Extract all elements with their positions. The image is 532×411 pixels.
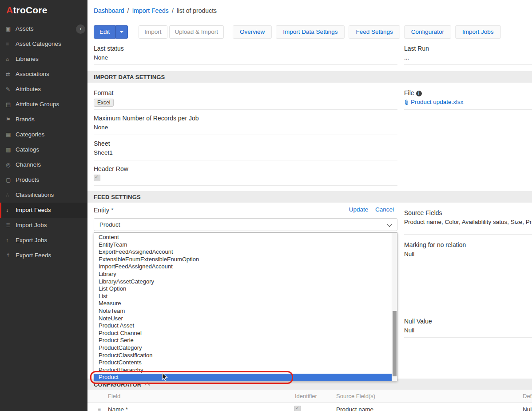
column-identifier: Identifier bbox=[295, 393, 317, 399]
sidebar: AtroCore ▣Assets ≡Asset Categories ⌂Libr… bbox=[0, 0, 87, 411]
tab-overview[interactable]: Overview bbox=[233, 25, 272, 39]
field-label: Maximum Number of Records per Job bbox=[94, 115, 397, 122]
dropdown-option[interactable]: List bbox=[94, 293, 392, 300]
edit-button[interactable]: Edit bbox=[94, 25, 115, 39]
sidebar-item-label: Libraries bbox=[16, 56, 39, 62]
dropdown-scrollbar-thumb[interactable] bbox=[393, 311, 397, 376]
sidebar-item-products[interactable]: ▢Products bbox=[0, 172, 87, 188]
dropdown-option[interactable]: Content bbox=[94, 234, 392, 241]
brands-icon: ⚑ bbox=[6, 112, 16, 127]
sidebar-item-export-jobs[interactable]: ↑Export Jobs bbox=[0, 233, 87, 248]
field-label: Sheet bbox=[94, 140, 397, 147]
row-field-name: Name * bbox=[108, 406, 128, 411]
import-button[interactable]: Import bbox=[139, 25, 167, 39]
sidebar-item-asset-categories[interactable]: ≡Asset Categories bbox=[0, 36, 87, 52]
field-value: None bbox=[94, 54, 397, 61]
field-max-records: Maximum Number of Records per Job None bbox=[94, 112, 397, 135]
dropdown-scrollbar[interactable] bbox=[392, 233, 397, 381]
dropdown-option[interactable]: ExtensibleEnumExtensibleEnumOption bbox=[94, 256, 392, 263]
sidebar-nav: ▣Assets ≡Asset Categories ⌂Libraries ⇄As… bbox=[0, 21, 87, 263]
tab-configurator[interactable]: Configurator bbox=[404, 25, 451, 39]
tab-feed-settings[interactable]: Feed Settings bbox=[349, 25, 400, 39]
dropdown-option[interactable]: Product Asset bbox=[94, 322, 392, 330]
file-name: Product update.xlsx bbox=[411, 99, 464, 105]
libraries-icon: ⌂ bbox=[6, 52, 16, 67]
configurator-table-row[interactable]: Name * Product name Null bbox=[87, 403, 532, 411]
sidebar-item-catalogs[interactable]: ▥Catalogs bbox=[0, 142, 87, 157]
update-link[interactable]: Update bbox=[349, 206, 369, 213]
toolbar: Edit Import Upload & Import Overview Imp… bbox=[94, 25, 501, 39]
sidebar-item-libraries[interactable]: ⌂Libraries bbox=[0, 52, 87, 67]
field-last-status: Last status None bbox=[94, 42, 397, 65]
sidebar-item-import-jobs[interactable]: ≣Import Jobs bbox=[0, 218, 87, 233]
dropdown-option-selected[interactable]: Product bbox=[94, 374, 392, 381]
field-label: Marking for no relation bbox=[404, 241, 532, 248]
dropdown-option[interactable]: ExportFeedAssignedAccount bbox=[94, 248, 392, 256]
sidebar-item-assets[interactable]: ▣Assets bbox=[0, 21, 87, 36]
breadcrumb-separator: / bbox=[127, 7, 129, 14]
dropdown-option[interactable]: LibraryAssetCategory bbox=[94, 278, 392, 286]
info-icon[interactable] bbox=[416, 91, 422, 96]
sidebar-item-channels[interactable]: ◎Channels bbox=[0, 157, 87, 172]
breadcrumb-link-import-feeds[interactable]: Import Feeds bbox=[132, 7, 168, 14]
field-label: Last Run bbox=[404, 45, 532, 52]
caret-down-icon bbox=[120, 31, 123, 33]
dropdown-option[interactable]: ProductCategory bbox=[94, 344, 392, 352]
sidebar-item-label: Asset Categories bbox=[16, 40, 61, 47]
sidebar-collapse-button[interactable]: ‹ bbox=[76, 24, 85, 34]
upload-import-button[interactable]: Upload & Import bbox=[169, 25, 224, 39]
column-source-fields: Source Field(s) bbox=[336, 393, 375, 399]
dropdown-option[interactable]: ProductHierarchy bbox=[94, 367, 392, 374]
header-row-checkbox[interactable] bbox=[94, 175, 100, 181]
field-value: Sheet1 bbox=[94, 149, 397, 156]
tab-import-jobs[interactable]: Import Jobs bbox=[455, 25, 501, 39]
dropdown-option[interactable]: Product Serie bbox=[94, 337, 392, 344]
dropdown-option[interactable]: List Option bbox=[94, 285, 392, 293]
drag-handle-icon[interactable] bbox=[98, 406, 101, 411]
breadcrumb-link-dashboard[interactable]: Dashboard bbox=[94, 7, 124, 14]
app-window: AtroCore ▣Assets ≡Asset Categories ⌂Libr… bbox=[0, 0, 532, 411]
sidebar-item-associations[interactable]: ⇄Associations bbox=[0, 67, 87, 82]
sidebar-item-classifications[interactable]: ∴Classifications bbox=[0, 188, 87, 203]
sidebar-item-categories[interactable]: ▦Categories bbox=[0, 127, 87, 142]
dropdown-option[interactable]: ProductContents bbox=[94, 359, 392, 367]
file-link[interactable]: Product update.xlsx bbox=[404, 99, 464, 105]
export-feeds-icon: ↥ bbox=[6, 248, 16, 263]
sidebar-item-label: Categories bbox=[16, 131, 44, 138]
configurator-table-header: Field Identifier Source Field(s) Defa bbox=[87, 390, 532, 403]
dropdown-options-list: Content EntityTeam ExportFeedAssignedAcc… bbox=[94, 234, 392, 381]
chevron-up-icon[interactable] bbox=[144, 382, 150, 388]
sidebar-item-export-feeds[interactable]: ↥Export Feeds bbox=[0, 248, 87, 263]
sidebar-item-label: Catalogs bbox=[16, 146, 39, 153]
identifier-checkbox[interactable] bbox=[294, 406, 301, 411]
classifications-icon: ∴ bbox=[6, 188, 16, 203]
sidebar-item-attribute-groups[interactable]: ▤Attribute Groups bbox=[0, 97, 87, 112]
dropdown-option[interactable]: ImportFeedAssignedAccount bbox=[94, 263, 392, 271]
brand-logo[interactable]: AtroCore bbox=[0, 0, 87, 20]
sidebar-item-label: Assets bbox=[16, 25, 34, 32]
dropdown-option[interactable]: Product Channel bbox=[94, 330, 392, 337]
dropdown-option[interactable]: ProductClassification bbox=[94, 352, 392, 359]
dropdown-option[interactable]: Measure bbox=[94, 300, 392, 307]
entity-label: Entity * bbox=[94, 207, 113, 214]
field-null-value: Null Value Null bbox=[404, 315, 532, 338]
attribute-groups-icon: ▤ bbox=[6, 97, 16, 112]
field-value: Null bbox=[404, 327, 532, 334]
tab-import-data-settings[interactable]: Import Data Settings bbox=[276, 25, 345, 39]
dropdown-option[interactable]: NoteTeam bbox=[94, 307, 392, 315]
format-badge: Excel bbox=[94, 99, 114, 107]
sidebar-item-brands[interactable]: ⚑Brands bbox=[0, 112, 87, 127]
chevron-down-icon bbox=[387, 222, 392, 227]
entity-select[interactable]: Product bbox=[94, 218, 397, 231]
edit-dropdown-toggle[interactable] bbox=[115, 25, 128, 39]
sidebar-item-import-feeds[interactable]: ↓Import Feeds bbox=[0, 203, 87, 218]
field-file: File Product update.xlsx bbox=[404, 86, 532, 110]
sidebar-item-attributes[interactable]: ✎Attributes bbox=[0, 82, 87, 97]
dropdown-option[interactable]: EntityTeam bbox=[94, 241, 392, 249]
dropdown-option[interactable]: Library bbox=[94, 271, 392, 278]
field-label: Header Row bbox=[94, 165, 397, 172]
sidebar-item-label: Products bbox=[16, 176, 39, 183]
dropdown-option[interactable]: NoteUser bbox=[94, 315, 392, 323]
field-value: ... bbox=[404, 54, 532, 61]
cancel-link[interactable]: Cancel bbox=[375, 206, 394, 213]
